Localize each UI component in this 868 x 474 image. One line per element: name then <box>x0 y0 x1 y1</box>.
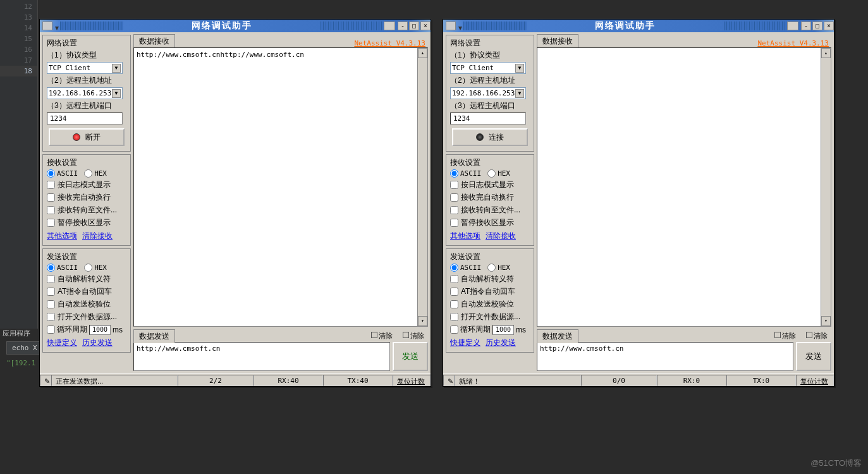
reset-count-button[interactable]: 复位计数 <box>393 375 431 386</box>
minimize-button[interactable]: - <box>801 21 811 30</box>
close-button[interactable]: × <box>420 21 431 30</box>
send-button[interactable]: 发送 <box>796 342 831 371</box>
maximize-button[interactable]: □ <box>409 21 419 30</box>
send-clear1-button[interactable]: 清除 <box>367 331 396 341</box>
scrollbar[interactable]: ▴▾ <box>417 48 427 326</box>
port-input[interactable]: 1234 <box>450 112 526 125</box>
send-hex-radio[interactable]: HEX <box>487 264 510 272</box>
recv-textarea[interactable]: ▴▾ <box>537 47 831 327</box>
disconnect-button[interactable]: 断开 <box>49 128 125 146</box>
pin-icon[interactable] <box>787 21 798 30</box>
port-input[interactable]: 1234 <box>47 112 123 125</box>
pin-icon[interactable] <box>384 21 395 30</box>
scroll-up-icon[interactable]: ▴ <box>418 48 427 58</box>
protocol-select[interactable]: TCP Client▼ <box>450 62 526 74</box>
send-crc-check[interactable]: 自动发送校验位 <box>450 299 530 310</box>
send-file-check[interactable]: 打开文件数据源... <box>47 312 126 322</box>
recv-hex-radio[interactable]: HEX <box>84 169 107 178</box>
window-title: 网络调试助手 <box>527 20 724 32</box>
recv-tofile-check[interactable]: 接收转向至文件... <box>450 205 530 216</box>
period-input[interactable] <box>89 325 111 335</box>
clear-icon <box>774 332 781 338</box>
sysmenu-icon[interactable]: ▾ <box>55 23 60 28</box>
send-loop-check[interactable]: 循环周期ms <box>450 324 530 335</box>
send-clear1-button[interactable]: 清除 <box>771 331 800 341</box>
scrollbar[interactable]: ▴▾ <box>821 48 831 326</box>
recv-log-check[interactable]: 按日志模式显示 <box>47 179 126 190</box>
send-settings-group: 发送设置 ASCII HEX 自动解析转义符 AT指令自动回车 自动发送校验位 … <box>42 248 131 353</box>
recv-log-check[interactable]: 按日志模式显示 <box>450 179 530 190</box>
send-escape-check[interactable]: 自动解析转义符 <box>47 274 126 284</box>
clear-icon <box>403 332 409 338</box>
recv-tab[interactable]: 数据接收 <box>537 34 578 48</box>
maximize-button[interactable]: □ <box>812 21 822 30</box>
recv-newline-check[interactable]: 接收完自动换行 <box>47 192 126 203</box>
scroll-down-icon[interactable]: ▾ <box>821 316 831 326</box>
terminal-input[interactable]: echo X <box>6 341 43 355</box>
send-escape-check[interactable]: 自动解析转义符 <box>450 274 530 284</box>
recv-more-link[interactable]: 其他选项 <box>450 231 480 241</box>
send-clear2-button[interactable]: 清除 <box>802 331 831 341</box>
send-input[interactable]: http://www.cmsoft.cn <box>537 342 793 371</box>
recv-ascii-radio[interactable]: ASCII <box>47 169 78 178</box>
sysmenu-icon[interactable]: ▾ <box>458 23 463 28</box>
host-select[interactable]: 192.168.166.253▼ <box>450 87 526 99</box>
netassist-window-1: ▾ 网络调试助手 -□× 网络设置 （1）协议类型 TCP Client▼ （2… <box>39 19 431 387</box>
recv-tab[interactable]: 数据接收 <box>133 34 175 48</box>
version-link[interactable]: NetAssist V4.3.13 <box>354 39 425 47</box>
status-text: 就绪！ <box>455 375 581 386</box>
send-loop-check[interactable]: 循环周期ms <box>47 324 126 335</box>
chevron-down-icon[interactable]: ▼ <box>112 64 121 73</box>
send-input[interactable]: http://www.cmsoft.cn <box>133 342 390 371</box>
status-tx: TX:40 <box>323 375 393 386</box>
send-shortcut-link[interactable]: 快捷定义 <box>450 337 480 348</box>
app-icon <box>446 21 456 30</box>
scroll-up-icon[interactable]: ▴ <box>821 48 831 58</box>
recv-ascii-radio[interactable]: ASCII <box>450 169 481 178</box>
send-tab[interactable]: 数据发送 <box>133 329 175 343</box>
status-tx: TX:0 <box>726 375 796 386</box>
send-hex-radio[interactable]: HEX <box>84 264 107 272</box>
chevron-down-icon[interactable]: ▼ <box>515 64 524 73</box>
send-at-check[interactable]: AT指令自动回车 <box>47 286 126 297</box>
send-history-link[interactable]: 历史发送 <box>82 337 113 348</box>
recv-more-link[interactable]: 其他选项 <box>47 231 77 241</box>
send-history-link[interactable]: 历史发送 <box>486 337 516 348</box>
send-shortcut-link[interactable]: 快捷定义 <box>47 337 77 348</box>
editor-gutter: 12131415161718 <box>0 0 38 329</box>
send-button[interactable]: 发送 <box>393 342 428 371</box>
scroll-down-icon[interactable]: ▾ <box>418 316 427 326</box>
send-clear2-button[interactable]: 清除 <box>399 331 428 341</box>
bottom-tab-app[interactable]: 应用程序 <box>3 329 30 338</box>
reset-count-button[interactable]: 复位计数 <box>796 375 834 386</box>
titlebar[interactable]: ▾ 网络调试助手 -□× <box>40 20 431 32</box>
send-ascii-radio[interactable]: ASCII <box>450 264 481 272</box>
recv-tofile-check[interactable]: 接收转向至文件... <box>47 205 126 216</box>
status-icon: ✎ <box>443 375 455 386</box>
chevron-down-icon[interactable]: ▼ <box>112 89 121 98</box>
connect-button[interactable]: 连接 <box>452 128 528 146</box>
clear-icon <box>371 332 377 338</box>
status-text: 正在发送数据... <box>51 375 178 386</box>
period-input[interactable] <box>492 325 514 335</box>
titlebar[interactable]: ▾ 网络调试助手 -□× <box>443 20 834 32</box>
minimize-button[interactable]: - <box>398 21 408 30</box>
chevron-down-icon[interactable]: ▼ <box>515 89 524 98</box>
recv-clear-link[interactable]: 清除接收 <box>486 231 516 241</box>
recv-newline-check[interactable]: 接收完自动换行 <box>450 192 530 203</box>
send-ascii-radio[interactable]: ASCII <box>47 264 78 272</box>
send-file-check[interactable]: 打开文件数据源... <box>450 312 530 322</box>
close-button[interactable]: × <box>824 21 834 30</box>
recv-clear-link[interactable]: 清除接收 <box>82 231 113 241</box>
protocol-select[interactable]: TCP Client▼ <box>47 62 123 74</box>
send-crc-check[interactable]: 自动发送校验位 <box>47 299 126 310</box>
host-select[interactable]: 192.168.166.253▼ <box>47 87 123 99</box>
send-at-check[interactable]: AT指令自动回车 <box>450 286 530 297</box>
recv-hex-radio[interactable]: HEX <box>487 169 510 178</box>
recv-textarea[interactable]: http://www.cmsoft.cnhttp://www.cmsoft.cn… <box>133 47 428 327</box>
version-link[interactable]: NetAssist V4.3.13 <box>757 39 829 47</box>
status-rx: RX:0 <box>657 375 726 386</box>
recv-pause-check[interactable]: 暂停接收区显示 <box>450 217 530 228</box>
send-tab[interactable]: 数据发送 <box>537 329 578 343</box>
recv-pause-check[interactable]: 暂停接收区显示 <box>47 217 126 228</box>
